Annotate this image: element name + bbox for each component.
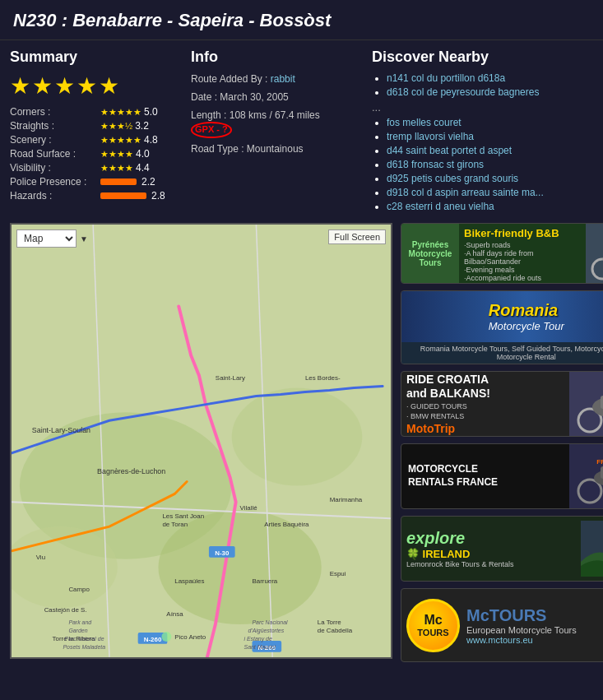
ad-ireland-brand: 🍀 IRELAND [406,548,581,560]
stats-list: Corners :★★★★★5.0Straights :★★★½3.2Scene… [10,106,179,202]
svg-text:Laspaúles: Laspaúles [174,577,204,585]
svg-text:Les Bordes-: Les Bordes- [305,374,341,382]
gpx-badge[interactable]: GPX - ? [191,122,232,137]
added-by-link[interactable]: rabbit [271,73,295,85]
ad-logo-text: PyrénéesMotorcycleTours [409,240,452,267]
stat-label: Road Surface : [10,148,100,160]
ad-bullet-3: ·Evening meals [464,266,581,274]
svg-text:Barruera: Barruera [252,577,277,585]
stat-value: 4.8 [144,134,158,146]
svg-point-44 [161,632,171,642]
ad-croatia[interactable]: RIDE CROATIA and BALKANS! · GUIDED TOURS… [401,371,603,437]
road-type-label: Road Type : [191,143,244,155]
info-heading: Info [191,49,360,66]
svg-text:Parc Natural de: Parc Natural de [64,636,104,642]
summary-heading: Summary [10,49,179,66]
ad-croatia-bullet-1: · GUIDED TOURS [406,402,564,410]
ad-croatia-title-1: RIDE CROATIA [406,373,564,387]
ad-image [586,224,603,283]
info-road-type: Road Type : Mountainous [191,142,360,156]
svg-text:Viu: Viu [36,554,45,561]
stat-row: Straights :★★★½3.2 [10,120,179,132]
stat-row: Police Presence :2.2 [10,176,179,188]
page-title: N230 : Benabarre - Sapeira - Bossòst [13,10,590,31]
info-section: Summary ★ ★ ★ ★ ★ Corners :★★★★★5.0Strai… [0,40,603,223]
nearby-list: n141 col du portillon d618ad618 col de p… [372,72,593,212]
summary-column: Summary ★ ★ ★ ★ ★ Corners :★★★★★5.0Strai… [10,49,191,215]
svg-text:Aínsa: Aínsa [166,610,183,618]
map-toolbar: Map Satellite Terrain ▼ [16,229,88,248]
stat-stars: ★★★★ [100,149,133,160]
nearby-link[interactable]: d918 col d aspin arreau sainte ma... [387,187,544,198]
ad-bullet-4: ·Accompanied ride outs [464,274,581,282]
stat-value: 5.0 [144,106,158,118]
nearby-link[interactable]: tremp llavorsi vielha [387,131,474,142]
ad-romania-subtitle: Motorcycle Tour [489,320,564,332]
nearby-link[interactable]: d618 col de peyresourde bagneres [387,86,539,98]
ad-ireland-image: 🏳 [581,521,603,577]
star-5: ★ [99,72,119,100]
ads-column: PyrénéesMotorcycleTours Biker-friendly B… [392,223,603,662]
svg-text:FRANCE: FRANCE [596,458,603,466]
nearby-link[interactable]: c28 esterri d aneu vielha [387,201,494,212]
svg-text:d'Aigüestortes: d'Aigüestortes [248,628,285,634]
road-type-value: Mountainous [247,143,304,155]
svg-text:Park and: Park and [68,619,92,625]
nearby-link[interactable]: d44 saint beat portet d aspet [387,145,512,156]
ad-text: Biker-friendly B&B ·Superb roads ·A half… [459,224,586,283]
ad-bullet-1: ·Superb roads [464,241,581,249]
svg-text:Les Sant Joan: Les Sant Joan [162,512,204,520]
stat-value: 3.2 [135,120,149,132]
ad-bikers-bb[interactable]: PyrénéesMotorcycleTours Biker-friendly B… [401,223,603,284]
ad-croatia-brand: MotoTrip [406,422,564,435]
discover-column: Discover Nearby n141 col du portillon d6… [372,49,593,215]
ad-url: www.pyreneesmotorcycletours.com [464,282,581,284]
ad-romania[interactable]: Romania Motorcycle Tour Romania Motorcyc… [401,290,603,364]
nearby-list-item: ... [372,100,593,114]
mctours-url: www.mctours.eu [466,635,577,645]
map-container: Map Satellite Terrain ▼ Full Screen [10,223,392,659]
ad-ireland[interactable]: explore 🍀 IRELAND Lemonrock Bike Tours &… [401,516,603,582]
croatia-motorcycle-icon [569,371,603,437]
map-type-select[interactable]: Map Satellite Terrain [16,229,77,248]
stat-label: Hazards : [10,190,100,202]
svg-text:de Toran: de Toran [162,521,188,528]
stat-stars: ★★★½ [100,121,132,132]
nearby-link[interactable]: fos melles couret [387,117,462,128]
lower-section: Map Satellite Terrain ▼ Full Screen [0,223,603,670]
discover-heading: Discover Nearby [372,49,593,66]
ad-france[interactable]: MOTORCYCLERENTALS FRANCE FRANCE [401,443,603,509]
mctours-logo-text: Mc TOURS [417,612,448,638]
svg-text:Posets Maladeta: Posets Maladeta [63,644,105,650]
svg-text:Saint-Lary: Saint-Lary [216,374,245,382]
stat-label: Straights : [10,120,100,132]
map-arrow: ▼ [80,234,88,243]
fullscreen-button[interactable]: Full Screen [328,229,386,244]
ad-romania-top: Romania Motorcycle Tour [401,291,603,342]
svg-text:Castejón de S.: Castejón de S. [44,606,87,614]
ad-ireland-sub: Lemonrock Bike Tours & Rentals [406,560,581,568]
ad-mctours[interactable]: Mc TOURS McTOURS European Motorcycle Tou… [401,588,603,662]
length-value: 108 kms / 67.4 miles [230,109,320,121]
info-length: Length : 108 kms / 67.4 miles GPX - ? [191,109,360,138]
svg-text:N-260: N-260 [144,636,162,643]
stat-row: Road Surface :★★★★4.0 [10,148,179,160]
svg-text:Bagnères-de-Luchon: Bagnères-de-Luchon [97,467,165,475]
svg-text:Pico Aneto: Pico Aneto [174,633,206,641]
ad-france-text: MOTORCYCLERENTALS FRANCE [401,444,569,508]
nearby-link[interactable]: d925 petis cubes grand souris [387,173,518,184]
ad-croatia-bullet-2: · BMW RENTALS [406,412,564,420]
svg-text:i Estany de: i Estany de [244,636,272,642]
overall-stars: ★ ★ ★ ★ ★ [10,72,179,100]
date-label: Date : [191,91,217,103]
nearby-list-item: d925 petis cubes grand souris [387,173,593,184]
nearby-list-item: d618 col de peyresourde bagneres [387,86,593,98]
motorcycle-icon [586,224,603,283]
info-column: Info Route Added By : rabbit Date : Marc… [191,49,372,215]
nearby-link[interactable]: n141 col du portillon d618a [387,72,505,84]
map-svg: N-30 N-260 N-260 Saint-Lary-Soulan Bagnè… [12,225,391,657]
stat-value: 2.8 [151,190,165,202]
title-bar: N230 : Benabarre - Sapeira - Bossòst [0,0,603,40]
nearby-link[interactable]: d618 fronsac st girons [387,159,484,170]
svg-text:Arties Baquèira: Arties Baquèira [264,521,309,528]
